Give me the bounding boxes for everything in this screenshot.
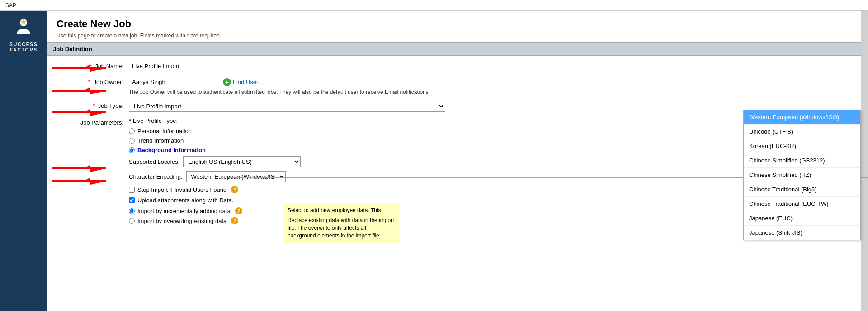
owner-note: The Job Owner will be used to authentica… [129, 89, 445, 95]
dropdown-item-5[interactable]: Chinese Traditional (Big5) [744, 182, 860, 197]
radio-overwrite[interactable] [129, 218, 135, 224]
job-name-row: * Job Name: Live Profile Import [57, 61, 852, 71]
job-name-control: Live Profile Import [129, 61, 852, 71]
sap-label: SAP [5, 2, 16, 9]
plus-icon: + [223, 78, 231, 86]
upload-attachments-checkbox[interactable] [129, 197, 135, 203]
sidebar: SUCCESS FACTORS [0, 11, 47, 311]
overwrite-tooltip: Replace existing data with data in the i… [283, 213, 400, 243]
logo-line1: SUCCESS [9, 42, 38, 47]
dropdown-item-3[interactable]: Chinese Simplified (GB2312) [744, 153, 860, 168]
radio-incremental[interactable] [129, 208, 135, 214]
character-encoding-label: Character Encoding: [129, 173, 183, 180]
dropdown-item-2[interactable]: Korean (EUC-KR) [744, 139, 860, 153]
job-owner-row: * Job Owner: + Find User... The Job Owne… [57, 77, 852, 95]
job-owner-label: * Job Owner: [57, 77, 129, 85]
incremental-info-icon[interactable]: ? [235, 207, 242, 214]
job-type-row: * Job Type: Live Profile Import [57, 101, 852, 112]
job-owner-input[interactable] [129, 77, 219, 87]
section-header: Job Definition [47, 42, 861, 56]
page-header: Create New Job Use this page to create a… [47, 11, 861, 42]
scrollbar[interactable] [861, 11, 868, 311]
main-content: Create New Job Use this page to create a… [47, 11, 861, 311]
stop-import-info-icon[interactable]: ? [231, 186, 238, 193]
radio-trend[interactable] [129, 138, 135, 144]
supported-locales-label: Supported Locales: [129, 158, 179, 165]
overwrite-info-icon[interactable]: ? [231, 217, 238, 224]
dropdown-item-1[interactable]: Unicode (UTF-8) [744, 125, 860, 139]
page-title: Create New Job [57, 18, 852, 30]
job-params-row: Job Parameters: * Live Profile Type: Per… [57, 117, 852, 227]
dropdown-item-0[interactable]: Western European (Windows/ISO) [744, 110, 860, 125]
radio-personal[interactable] [129, 128, 135, 134]
job-owner-control: + Find User... The Job Owner will be use… [129, 77, 852, 95]
job-name-input[interactable]: Live Profile Import [129, 61, 237, 71]
logo-line2: FACTORS [9, 47, 38, 53]
dropdown-item-6[interactable]: Chinese Traditional (EUC-TW) [744, 197, 860, 211]
logo: SUCCESS FACTORS [9, 16, 38, 53]
find-user-button[interactable]: + Find User... [223, 78, 263, 86]
dropdown-item-4[interactable]: Chinese Simplified (HZ) [744, 168, 860, 182]
form-area: * Job Name: Live Profile Import * Job Ow… [47, 56, 861, 238]
supported-locales-select[interactable]: English US (English US) [183, 156, 301, 167]
stop-import-checkbox[interactable] [129, 187, 135, 193]
job-name-label: * Job Name: [57, 61, 129, 70]
encoding-dropdown: Western European (Windows/ISO) Unicode (… [743, 110, 861, 240]
page-subtitle: Use this page to create a new job. Field… [57, 32, 852, 39]
job-type-label: * Job Type: [57, 101, 129, 109]
job-params-label: Job Parameters: [57, 117, 129, 126]
dropdown-item-8[interactable]: Japanese (Shift-JIS) [744, 226, 860, 240]
dropdown-item-7[interactable]: Japanese (EUC) [744, 211, 860, 226]
radio-background[interactable] [129, 147, 135, 153]
job-type-select[interactable]: Live Profile Import [129, 101, 445, 112]
